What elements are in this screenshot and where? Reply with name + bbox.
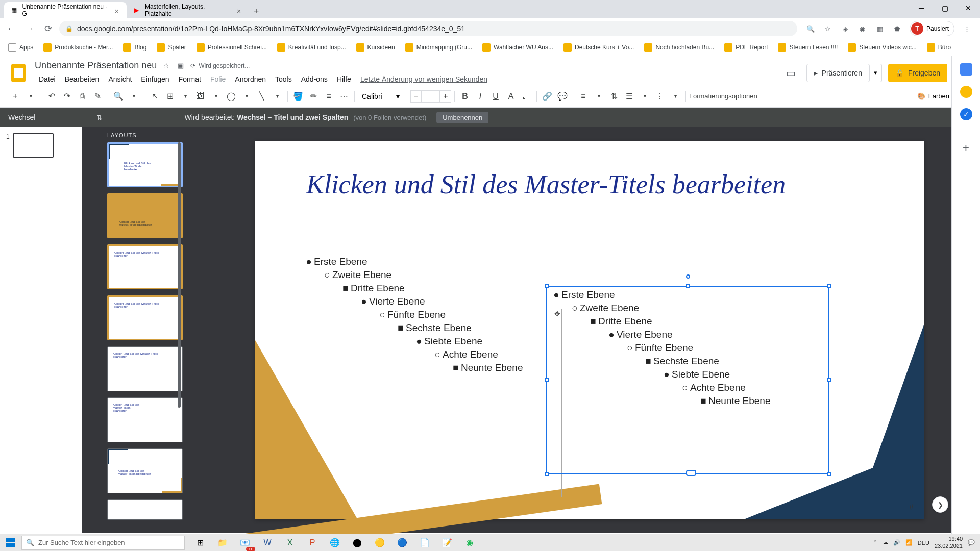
fill-color-button[interactable]: 🪣 [291, 89, 305, 104]
profile-chip[interactable]: T Pausiert [910, 21, 954, 36]
language-indicator[interactable]: DEU [918, 540, 929, 546]
menu-view[interactable]: Ansicht [104, 73, 136, 85]
menu-format[interactable]: Format [175, 73, 205, 85]
highlight-button[interactable]: 🖊 [519, 89, 533, 104]
tasks-icon[interactable]: ✓ [960, 108, 972, 120]
notifications-icon[interactable]: 💬 [968, 539, 975, 546]
theme-selector[interactable]: Wechsel ⇅ [8, 113, 113, 121]
windows-search-input[interactable]: 🔍 Zur Suche Text hier eingeben [21, 536, 185, 550]
new-slide-button[interactable]: + [8, 89, 22, 104]
font-select[interactable]: Calibri▾ [358, 92, 404, 101]
comment-button[interactable]: 💬 [555, 89, 570, 104]
reload-button[interactable]: ⟳ [41, 21, 55, 36]
app-icon[interactable]: 📄 [413, 534, 436, 552]
resize-handle[interactable] [686, 470, 696, 476]
slides-logo-icon[interactable] [8, 63, 29, 83]
zoom-icon[interactable]: 🔍 [805, 23, 816, 34]
image-dropdown[interactable]: ▾ [209, 89, 223, 104]
mail-icon[interactable]: 📧99+ [234, 534, 256, 552]
resize-handle[interactable] [545, 284, 549, 288]
menu-edit[interactable]: Bearbeiten [61, 73, 104, 85]
layout-thumb[interactable]: Klicken und Stil desMaster-Titelsbearbei… [107, 142, 183, 187]
textbox-tool[interactable]: ⊞ [163, 89, 177, 104]
resize-handle[interactable] [827, 284, 831, 288]
bookmark-item[interactable]: Wahlfächer WU Aus... [478, 41, 557, 54]
extension-icon[interactable]: ▦ [875, 23, 885, 34]
resize-handle[interactable] [827, 472, 831, 476]
bookmark-item[interactable]: PDF Report [720, 41, 772, 54]
star-icon[interactable]: ☆ [162, 61, 171, 70]
line-tool[interactable]: ╲ [255, 89, 269, 104]
present-dropdown[interactable]: ▾ [870, 64, 882, 82]
layout-thumb[interactable]: Klicken und Stil desMaster-Titels bearbe… [107, 448, 183, 493]
colors-button[interactable]: 🎨Farben [917, 92, 949, 100]
menu-help[interactable]: Hilfe [333, 73, 355, 85]
image-tool[interactable]: 🖼 [193, 89, 208, 104]
body-left-placeholder[interactable]: ●Erste Ebene ○Zweite Ebene ■Dritte Ebene… [304, 256, 549, 375]
minimize-button[interactable]: ─ [910, 0, 933, 16]
bookmark-item[interactable]: Kreativität und Insp... [273, 41, 350, 54]
menu-addons[interactable]: Add-ons [297, 73, 332, 85]
edge-icon[interactable]: 🔵 [391, 534, 413, 552]
layout-thumb[interactable]: Klicken und Stil des Master-Titelsbearbe… [107, 244, 183, 289]
bookmark-item[interactable]: Produktsuche - Mer... [39, 41, 117, 54]
border-dash-button[interactable]: ⋯ [337, 89, 351, 104]
add-sidebar-button[interactable]: + [963, 141, 969, 155]
scrollbar[interactable] [178, 142, 181, 408]
line-spacing-button[interactable]: ⇅ [607, 89, 621, 104]
bookmark-item[interactable]: Noch hochladen Bu... [640, 41, 718, 54]
browser-tab-active[interactable]: ▦ Unbenannte Präsentation neu - G × [4, 2, 127, 18]
bold-button[interactable]: B [458, 89, 472, 104]
undo-button[interactable]: ↶ [44, 89, 59, 104]
numbered-list-button[interactable]: ☰ [622, 89, 636, 104]
explorer-icon[interactable]: 📁 [211, 534, 234, 552]
present-button[interactable]: ▸Präsentieren [806, 64, 870, 82]
bookmark-item[interactable]: Blog [119, 41, 151, 54]
rotate-handle[interactable] [686, 274, 690, 279]
print-button[interactable]: ⎙ [75, 89, 89, 104]
notepad-icon[interactable]: 📝 [436, 534, 458, 552]
text-color-button[interactable]: A [504, 89, 518, 104]
start-button[interactable] [0, 534, 21, 552]
layout-thumb[interactable]: Klicken und Stil desMaster-Titelsbearbei… [107, 397, 183, 442]
extension-icon[interactable]: ◉ [857, 23, 868, 34]
bookmark-apps[interactable]: Apps [4, 41, 37, 54]
bookmark-item[interactable]: Später [153, 41, 190, 54]
forward-button[interactable]: → [22, 21, 37, 36]
bookmark-item[interactable]: Kursideen [352, 41, 399, 54]
menu-arrange[interactable]: Anordnen [231, 73, 270, 85]
format-options-button[interactable]: Formatierungsoptionen [689, 92, 757, 100]
master-title-placeholder[interactable]: Klicken und Stil des Master-Titels bearb… [306, 169, 873, 200]
tray-chevron-icon[interactable]: ⌃ [873, 539, 877, 546]
resize-handle[interactable] [686, 284, 690, 288]
font-size-increase[interactable]: + [440, 90, 451, 103]
link-button[interactable]: 🔗 [540, 89, 554, 104]
border-weight-button[interactable]: ≡ [322, 89, 336, 104]
redo-button[interactable]: ↷ [60, 89, 74, 104]
layout-thumb[interactable]: Klicken und Stil des Master-Titelsbearbe… [107, 295, 183, 340]
doc-title[interactable]: Unbenannte Präsentation neu [35, 60, 157, 71]
task-view-icon[interactable]: ⊞ [189, 534, 211, 552]
bookmark-item[interactable]: Steuern Videos wic... [844, 41, 921, 54]
close-icon[interactable]: × [114, 7, 120, 13]
volume-icon[interactable]: 🔊 [893, 539, 900, 546]
extensions-icon[interactable]: ⬟ [892, 23, 902, 34]
select-tool[interactable]: ↖ [148, 89, 162, 104]
star-icon[interactable]: ☆ [823, 23, 833, 34]
comments-button[interactable]: ▭ [782, 64, 800, 82]
new-slide-dropdown[interactable]: ▾ [23, 89, 38, 104]
calendar-icon[interactable] [960, 63, 972, 76]
obs-icon[interactable]: ⬤ [346, 534, 369, 552]
explore-button[interactable]: ❯ [932, 496, 948, 513]
italic-button[interactable]: I [473, 89, 487, 104]
bookmark-item[interactable]: Deutsche Kurs + Vo... [559, 41, 638, 54]
app-icon[interactable]: 🌐 [324, 534, 346, 552]
url-input[interactable]: 🔒 docs.google.com/presentation/d/1o2Pm-L… [59, 21, 797, 36]
spotify-icon[interactable]: ◉ [458, 534, 481, 552]
move-icon[interactable]: ▣ [176, 61, 185, 70]
paint-format-button[interactable]: ✎ [90, 89, 105, 104]
page-number-placeholder[interactable]: # [909, 503, 914, 512]
browser-tab[interactable]: ▶ Masterfolien, Layouts, Platzhalte × [127, 2, 249, 18]
resize-handle[interactable] [545, 378, 549, 382]
bulleted-list-button[interactable]: ⋮ [653, 89, 667, 104]
